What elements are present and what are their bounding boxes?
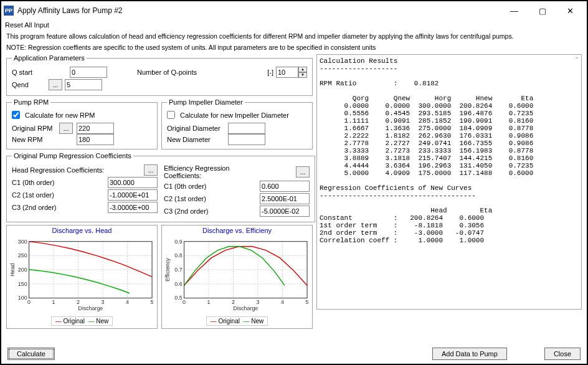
npoints-input[interactable] bbox=[276, 67, 298, 78]
eff-regression-ellipsis-button[interactable]: ... bbox=[296, 166, 310, 178]
svg-text:0.5: 0.5 bbox=[174, 295, 182, 301]
eff-c1-label: C1 (0th order) bbox=[164, 183, 257, 190]
original-rpm-ellipsis-button[interactable]: ... bbox=[59, 123, 73, 134]
application-parameters-group: Application Parameters Q start Number of… bbox=[6, 54, 313, 96]
head-regression-label: Head Regression Coefficients: bbox=[12, 166, 105, 174]
svg-text:2: 2 bbox=[232, 300, 235, 306]
new-rpm-label: New RPM bbox=[12, 136, 55, 143]
intro-text-1: This program feature allows calculation … bbox=[6, 32, 582, 41]
npoints-label: Number of Q-points bbox=[137, 69, 197, 76]
pump-rpm-group: Pump RPM Calculate for new RPM Original … bbox=[6, 98, 158, 149]
new-diameter-input[interactable] bbox=[228, 134, 265, 145]
svg-text:0.8: 0.8 bbox=[174, 253, 182, 259]
new-rpm-input[interactable] bbox=[77, 134, 114, 145]
calc-new-diameter-label: Calculate for new Impeller Diameter bbox=[180, 111, 289, 119]
svg-text:4: 4 bbox=[281, 300, 284, 306]
head-c3-label: C3 (2nd order) bbox=[12, 204, 105, 211]
svg-text:250: 250 bbox=[18, 253, 27, 259]
close-window-button[interactable]: ✕ bbox=[556, 2, 584, 19]
original-diameter-input[interactable] bbox=[228, 123, 265, 134]
app-icon: PP bbox=[4, 6, 14, 16]
pump-rpm-legend: Pump RPM bbox=[12, 98, 50, 106]
qend-ellipsis-button[interactable]: ... bbox=[49, 79, 62, 90]
calc-new-diameter-checkbox[interactable] bbox=[167, 111, 175, 119]
head-regression-ellipsis-button[interactable]: ... bbox=[144, 164, 158, 176]
eff-c3-input[interactable] bbox=[260, 206, 310, 217]
original-rpm-input[interactable] bbox=[77, 123, 114, 134]
head-c2-label: C2 (1st order) bbox=[12, 191, 105, 199]
eff-c1-input[interactable] bbox=[260, 181, 310, 192]
eff-c3-label: C3 (2nd order) bbox=[164, 207, 257, 215]
calc-new-rpm-checkbox[interactable] bbox=[12, 111, 20, 119]
qstart-input[interactable] bbox=[70, 67, 107, 78]
head-c1-label: C1 (0th order) bbox=[12, 179, 105, 186]
regression-coefficients-group: Original Pump Regression Coefficients He… bbox=[6, 152, 315, 222]
eff-c2-label: C2 (1st order) bbox=[164, 195, 257, 202]
eff-chart-svg: 0123450.50.60.70.80.9DischargeEfficiency bbox=[163, 234, 311, 315]
head-chart-legend: — Original — New bbox=[51, 316, 113, 326]
svg-text:2: 2 bbox=[77, 300, 80, 306]
svg-text:0.6: 0.6 bbox=[174, 281, 182, 287]
svg-text:150: 150 bbox=[18, 281, 27, 287]
original-rpm-label: Original RPM bbox=[12, 125, 55, 132]
svg-text:Efficiency: Efficiency bbox=[164, 258, 171, 282]
eff-chart-legend: — Original — New bbox=[206, 316, 268, 326]
svg-text:1: 1 bbox=[207, 300, 211, 306]
head-c2-input[interactable] bbox=[108, 189, 158, 201]
svg-text:0: 0 bbox=[27, 300, 31, 306]
npoints-unit: [-] bbox=[267, 69, 273, 76]
npoints-up-icon[interactable]: ▲ bbox=[298, 67, 307, 72]
svg-text:5: 5 bbox=[306, 300, 309, 306]
svg-text:Discharge: Discharge bbox=[233, 306, 258, 312]
svg-text:0.7: 0.7 bbox=[174, 267, 182, 273]
eff-regression-label: Efficiency Regression Coefficients: bbox=[164, 164, 257, 179]
svg-text:0: 0 bbox=[183, 300, 186, 306]
eff-chart: Discharge vs. Efficieny 0123450.50.60.70… bbox=[161, 225, 313, 329]
npoints-down-icon[interactable]: ▼ bbox=[298, 72, 307, 78]
svg-text:0.9: 0.9 bbox=[174, 239, 182, 245]
svg-text:300: 300 bbox=[18, 239, 27, 245]
results-panel[interactable]: ⌃Calculation Results -------------------… bbox=[316, 54, 582, 310]
svg-text:100: 100 bbox=[18, 295, 27, 301]
reset-all-input-menu[interactable]: Reset All Input bbox=[5, 21, 49, 29]
svg-text:3: 3 bbox=[257, 300, 260, 306]
new-diameter-label: New Diameter bbox=[167, 136, 224, 143]
add-data-to-pump-button[interactable]: Add Data to Pump bbox=[432, 348, 507, 360]
calculate-button[interactable]: Calculate bbox=[7, 348, 55, 360]
calc-new-rpm-label: Calculate for new RPM bbox=[25, 111, 95, 119]
svg-text:3: 3 bbox=[102, 300, 105, 306]
svg-text:5: 5 bbox=[151, 300, 154, 306]
svg-text:Head: Head bbox=[9, 263, 16, 277]
head-c3-input[interactable] bbox=[108, 202, 158, 213]
qstart-label: Q start bbox=[12, 69, 46, 76]
eff-chart-title: Discharge vs. Efficieny bbox=[163, 227, 311, 234]
svg-text:Discharge: Discharge bbox=[78, 306, 103, 312]
head-c1-input[interactable] bbox=[108, 177, 158, 188]
eff-c2-input[interactable] bbox=[260, 193, 310, 204]
pump-diameter-group: Pump Impeller Diameter Calculate for new… bbox=[161, 98, 313, 149]
window-title: Apply Affinity Laws for Pump #2 bbox=[17, 6, 500, 15]
scroll-up-icon[interactable]: ⌃ bbox=[576, 56, 579, 63]
qend-input[interactable] bbox=[65, 79, 102, 90]
regression-coefficients-legend: Original Pump Regression Coefficients bbox=[12, 152, 133, 159]
head-chart: Discharge vs. Head 012345100150200250300… bbox=[6, 225, 158, 329]
qend-label: Qend bbox=[12, 81, 46, 88]
original-diameter-label: Original Diameter bbox=[167, 125, 224, 132]
intro-text-2: NOTE: Regression coeffients are specific… bbox=[6, 44, 582, 52]
head-chart-title: Discharge vs. Head bbox=[8, 227, 156, 234]
application-parameters-legend: Application Parameters bbox=[12, 54, 87, 62]
maximize-button[interactable]: ▢ bbox=[528, 2, 556, 19]
pump-diameter-legend: Pump Impeller Diameter bbox=[167, 98, 245, 106]
close-button[interactable]: Close bbox=[544, 348, 581, 360]
svg-text:4: 4 bbox=[126, 300, 129, 306]
svg-text:200: 200 bbox=[18, 267, 27, 273]
minimize-button[interactable]: — bbox=[500, 2, 528, 19]
svg-text:1: 1 bbox=[52, 300, 55, 306]
head-chart-svg: 012345100150200250300DischargeHead bbox=[8, 234, 156, 315]
